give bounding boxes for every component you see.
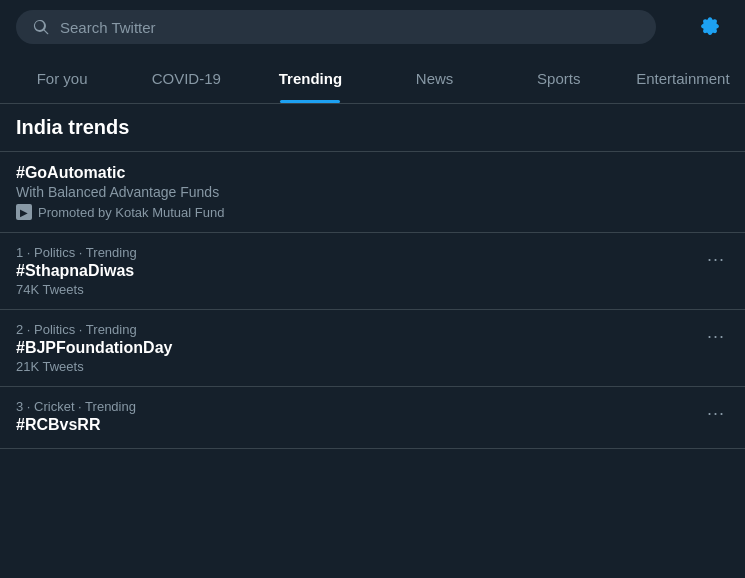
trends-container: 1 · Politics · Trending#SthapnaDiwas74K … xyxy=(0,233,745,449)
trend-content: 3 · Cricket · Trending#RCBvsRR xyxy=(16,399,703,436)
trend-hashtag: #SthapnaDiwas xyxy=(16,262,703,280)
trend-item[interactable]: 1 · Politics · Trending#SthapnaDiwas74K … xyxy=(0,233,745,310)
gear-icon xyxy=(699,16,721,38)
page-title: India trends xyxy=(16,116,729,139)
promo-play-icon: ▶ xyxy=(16,204,32,220)
trend-item[interactable]: 3 · Cricket · Trending#RCBvsRR··· xyxy=(0,387,745,449)
search-icon xyxy=(32,18,50,36)
more-options-button[interactable]: ··· xyxy=(703,399,729,428)
trend-content: 1 · Politics · Trending#SthapnaDiwas74K … xyxy=(16,245,703,297)
tab-sports[interactable]: Sports xyxy=(497,54,621,103)
trend-count: 74K Tweets xyxy=(16,282,703,297)
tab-entertainment[interactable]: Entertainment xyxy=(621,54,745,103)
trend-count: 21K Tweets xyxy=(16,359,703,374)
page-title-section: India trends xyxy=(0,104,745,152)
trend-meta: 2 · Politics · Trending xyxy=(16,322,703,337)
trend-item[interactable]: 2 · Politics · Trending#BJPFoundationDay… xyxy=(0,310,745,387)
more-options-button[interactable]: ··· xyxy=(703,245,729,274)
more-options-button[interactable]: ··· xyxy=(703,322,729,351)
search-input[interactable] xyxy=(60,19,640,36)
trend-hashtag: #RCBvsRR xyxy=(16,416,703,434)
tab-for-you[interactable]: For you xyxy=(0,54,124,103)
trend-meta: 1 · Politics · Trending xyxy=(16,245,703,260)
search-bar-container xyxy=(0,0,745,54)
tab-news[interactable]: News xyxy=(373,54,497,103)
tab-trending[interactable]: Trending xyxy=(248,54,372,103)
trend-hashtag: #BJPFoundationDay xyxy=(16,339,703,357)
promo-sponsor: ▶ Promoted by Kotak Mutual Fund xyxy=(16,204,729,220)
tab-covid-19[interactable]: COVID-19 xyxy=(124,54,248,103)
promo-sponsor-text: Promoted by Kotak Mutual Fund xyxy=(38,205,224,220)
settings-button[interactable] xyxy=(691,8,729,46)
promo-subtitle: With Balanced Advantage Funds xyxy=(16,184,729,200)
nav-tabs: For you COVID-19 Trending News Sports En… xyxy=(0,54,745,104)
promoted-item[interactable]: #GoAutomatic With Balanced Advantage Fun… xyxy=(0,152,745,233)
trend-content: 2 · Politics · Trending#BJPFoundationDay… xyxy=(16,322,703,374)
trend-meta: 3 · Cricket · Trending xyxy=(16,399,703,414)
search-input-wrapper xyxy=(16,10,656,44)
promo-hashtag: #GoAutomatic xyxy=(16,164,729,182)
